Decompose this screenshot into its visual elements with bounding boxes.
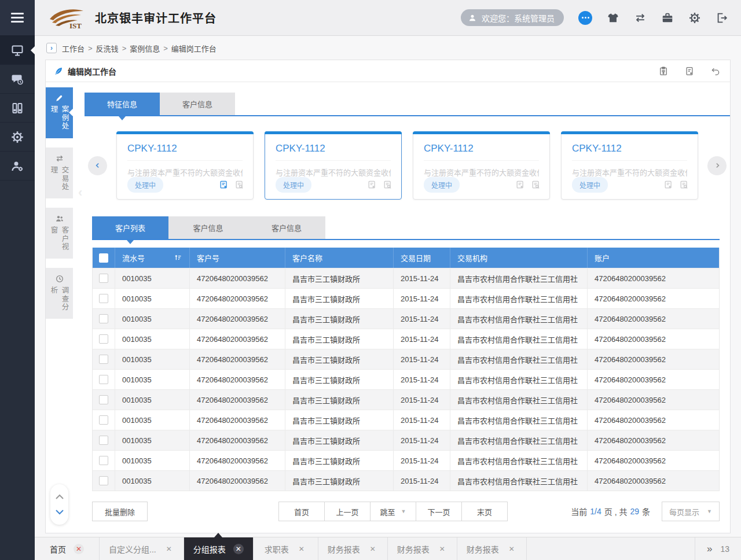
table-row[interactable]: 0010035 47206480200039562 昌吉市三工镇财政所 2015…	[93, 268, 719, 288]
batch-delete-button[interactable]: 批量删除	[92, 502, 148, 521]
row-checkbox[interactable]	[99, 274, 108, 283]
breadcrumb-toggle-icon[interactable]: ›	[46, 43, 57, 53]
tab-feature-info[interactable]: 特征信息	[85, 93, 160, 115]
sidebar-item-service[interactable]	[0, 123, 35, 152]
tab-customer-info[interactable]: 客户信息	[160, 93, 235, 115]
cell-serial: 0010035	[115, 309, 189, 329]
doc-remove-icon[interactable]	[515, 180, 525, 190]
scroll-up-icon[interactable]	[55, 494, 64, 500]
carousel-next-icon[interactable]	[707, 156, 727, 175]
briefcase-icon[interactable]	[661, 12, 674, 24]
doc-remove-icon[interactable]	[367, 180, 377, 190]
close-icon[interactable]: ✕	[296, 544, 307, 554]
table-row[interactable]: 0010035 47206480200039562 昌吉市三工镇财政所 2015…	[93, 369, 719, 389]
tab-customer-list[interactable]: 客户列表	[92, 216, 168, 239]
table-row[interactable]: 0010035 47206480200039562 昌吉市三工镇财政所 2015…	[93, 450, 719, 470]
breadcrumb-item[interactable]: 案例信息	[130, 43, 160, 54]
first-page-button[interactable]: 首页	[278, 502, 325, 521]
doc-search-icon[interactable]	[234, 180, 244, 190]
table-row[interactable]: 0010035 47206480200039562 昌吉市三工镇财政所 2015…	[93, 329, 719, 349]
doc-remove-icon[interactable]	[219, 180, 229, 190]
user-welcome-pill[interactable]: 欢迎您：系统管理员	[461, 9, 564, 26]
vtab-customer-view[interactable]: 客户视窗	[46, 208, 73, 259]
row-checkbox[interactable]	[99, 476, 108, 485]
row-checkbox[interactable]	[99, 334, 108, 344]
row-checkbox[interactable]	[99, 415, 108, 425]
table-row[interactable]: 0010035 47206480200039562 昌吉市三工镇财政所 2015…	[93, 308, 719, 329]
taskbar-tab[interactable]: 财务报表 ✕	[318, 537, 388, 560]
table-row[interactable]: 0010035 47206480200039562 昌吉市三工镇财政所 2015…	[93, 288, 719, 308]
current-page-count: 1/4	[590, 507, 601, 516]
table-row[interactable]: 0010035 47206480200039562 昌吉市三工镇财政所 2015…	[93, 389, 719, 410]
sidebar-item-messages[interactable]	[0, 65, 35, 94]
taskbar-tab[interactable]: 财务报表 ✕	[457, 537, 527, 560]
taskbar-tab[interactable]: 自定义分组... ✕	[100, 537, 184, 560]
row-checkbox[interactable]	[99, 314, 108, 323]
close-icon[interactable]: ✕	[74, 544, 84, 554]
col-account: 账户	[595, 252, 610, 263]
case-card[interactable]: CPKY-1112 与注册资本严重不符的大额资金收付 处理中	[413, 131, 550, 200]
row-checkbox[interactable]	[99, 395, 108, 404]
doc-remove-icon[interactable]	[684, 66, 695, 76]
customer-tabs: 客户列表 客户信息 客户信息	[92, 216, 720, 240]
table-row[interactable]: 0010035 47206480200039562 昌吉市三工镇财政所 2015…	[93, 430, 719, 450]
last-page-button[interactable]: 末页	[461, 502, 508, 521]
sidebar-item-user-admin[interactable]	[0, 152, 35, 180]
theme-shirt-icon[interactable]	[607, 12, 619, 24]
close-icon[interactable]: ✕	[437, 544, 447, 554]
cell-customer-name: 昌吉市三工镇财政所	[285, 410, 393, 430]
doc-remove-icon[interactable]	[663, 180, 673, 190]
row-checkbox[interactable]	[99, 436, 108, 445]
taskbar-tab[interactable]: 首页 ✕	[35, 537, 100, 560]
close-icon[interactable]: ✕	[507, 544, 517, 554]
vtab-case-processing[interactable]: 案例处理	[46, 87, 73, 138]
close-icon[interactable]: ✕	[164, 544, 174, 554]
taskbar-tab[interactable]: 分组报表 ✕	[184, 537, 254, 560]
swap-icon[interactable]	[634, 12, 647, 24]
undo-icon[interactable]	[710, 66, 721, 76]
sidebar-item-archive[interactable]	[0, 94, 35, 123]
message-icon[interactable]	[578, 11, 592, 25]
vtab-transaction-processing[interactable]: 交易处理	[46, 148, 73, 198]
case-card[interactable]: CPKY-1112 与注册资本严重不符的大额资金收付 处理中	[116, 131, 254, 200]
jump-page-select[interactable]: 跳至▼	[370, 502, 416, 521]
tab-customer-info-2[interactable]: 客户信息	[248, 216, 325, 239]
breadcrumb-item[interactable]: 反洗钱	[96, 43, 119, 54]
row-checkbox[interactable]	[99, 375, 108, 384]
row-checkbox[interactable]	[99, 456, 108, 465]
close-icon[interactable]: ✕	[233, 544, 244, 554]
per-page-select[interactable]: 每页显示 ▼	[662, 502, 720, 521]
case-card[interactable]: CPKY-1112 与注册资本严重不符的大额资金收付 处理中	[265, 131, 402, 200]
select-all-checkbox[interactable]	[99, 253, 108, 263]
doc-search-icon[interactable]	[679, 180, 689, 190]
next-page-button[interactable]: 下一页	[416, 502, 462, 521]
table-row[interactable]: 0010035 47206480200039562 昌吉市三工镇财政所 2015…	[93, 349, 719, 369]
clipboard-export-icon[interactable]	[658, 66, 669, 76]
case-card[interactable]: CPKY-1112 与注册资本严重不符的大额资金收付 处理中	[561, 131, 698, 200]
close-icon[interactable]: ✕	[368, 544, 378, 554]
sort-icon[interactable]	[174, 253, 182, 262]
table-row[interactable]: 0010035 47206480200039562 昌吉市三工镇财政所 2015…	[93, 470, 719, 491]
cell-trade-org: 昌吉市农村信用合作联社三工信用社	[450, 410, 587, 430]
doc-search-icon[interactable]	[531, 180, 541, 190]
doc-search-icon[interactable]	[383, 180, 392, 190]
cell-serial: 0010035	[115, 268, 189, 288]
taskbar-tab[interactable]: 财务报表 ✕	[388, 537, 457, 560]
settings-gear-icon[interactable]	[688, 12, 701, 24]
prev-page-button[interactable]: 上一页	[324, 502, 370, 521]
sidebar-item-workbench[interactable]	[0, 36, 35, 65]
menu-hamburger-icon[interactable]	[0, 0, 35, 36]
taskbar-tab[interactable]: 求职表 ✕	[254, 537, 318, 560]
breadcrumb-item[interactable]: 编辑岗工作台	[171, 43, 217, 54]
tab-customer-info-1[interactable]: 客户信息	[168, 216, 248, 239]
scroll-down-icon[interactable]	[55, 509, 64, 515]
row-checkbox[interactable]	[99, 355, 108, 364]
cell-customer-name: 昌吉市三工镇财政所	[285, 268, 393, 288]
more-tabs-icon[interactable]: »	[707, 543, 712, 555]
table-row[interactable]: 0010035 47206480200039562 昌吉市三工镇财政所 2015…	[93, 410, 719, 430]
breadcrumb-item[interactable]: 工作台	[62, 43, 85, 54]
logout-icon[interactable]	[716, 12, 728, 24]
carousel-prev-icon[interactable]	[88, 156, 107, 175]
vtab-investigation-analysis[interactable]: 调查分析	[46, 268, 73, 319]
row-checkbox[interactable]	[99, 294, 108, 303]
